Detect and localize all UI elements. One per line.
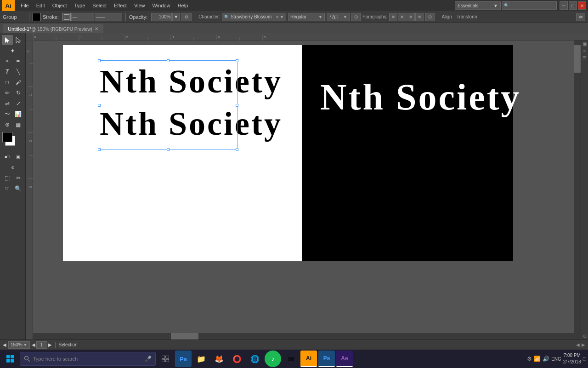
taskbar-app-photoshop[interactable]: Ps xyxy=(175,351,192,367)
taskbar-app-mail[interactable]: ✉ xyxy=(283,351,299,367)
svg-text:0: 0 xyxy=(26,50,30,52)
taskbar-app-opera[interactable]: ⭕ xyxy=(229,351,245,367)
justify[interactable]: ≡ xyxy=(415,13,424,21)
menu-file[interactable]: File xyxy=(17,2,32,9)
close-button[interactable]: ✕ xyxy=(578,1,586,10)
fill-swatch[interactable] xyxy=(33,13,41,21)
svg-text:1: 1 xyxy=(28,94,33,96)
menu-object[interactable]: Object xyxy=(49,2,70,9)
opacity-options[interactable]: ▼ xyxy=(172,13,180,21)
symbol-tool[interactable]: ⊕ xyxy=(2,120,13,130)
menu-window[interactable]: Window xyxy=(149,2,174,9)
opacity-input[interactable]: 100% xyxy=(151,13,172,21)
toolbar-extra-opts[interactable]: ≫ xyxy=(576,13,585,21)
column-graph[interactable]: ▦ xyxy=(13,120,24,130)
font-style-box[interactable]: Regular ▼ xyxy=(288,13,325,21)
graph-tool[interactable]: 📊 xyxy=(13,109,24,119)
pen-tool[interactable]: ✒ xyxy=(13,56,24,66)
scroll-left[interactable]: ◀ xyxy=(576,342,580,347)
windows-start-button[interactable] xyxy=(2,351,18,367)
scrollbar-thumb[interactable] xyxy=(574,45,581,73)
doc-nav-prev[interactable]: ◀ xyxy=(3,342,6,347)
lasso-tool[interactable]: ⌖ xyxy=(2,56,13,66)
magic-wand-tool[interactable]: ✦ xyxy=(2,46,24,56)
restore-button[interactable]: □ xyxy=(569,1,577,10)
zoom-indicator[interactable]: 150% ▼ xyxy=(8,341,30,349)
para-opts[interactable]: ⊙ xyxy=(425,13,435,21)
taskbar-app-photoshop2[interactable]: Ps xyxy=(318,351,335,367)
font-dropdown-icon[interactable]: ▼ xyxy=(280,15,284,19)
taskbar-app-ae[interactable]: Ae xyxy=(336,351,353,367)
mirror-tool[interactable]: ⇌ xyxy=(2,98,13,109)
align-center[interactable]: ≡ xyxy=(398,13,406,21)
rp-icon2[interactable]: ≡ xyxy=(583,48,586,53)
task-view-icon xyxy=(162,356,169,362)
scrollbar-hthumb[interactable] xyxy=(171,333,198,339)
font-opts[interactable]: ⊙ xyxy=(351,13,361,21)
paintbrush-tool[interactable]: 🖌 xyxy=(13,77,24,87)
type-tool[interactable]: T xyxy=(2,67,13,77)
page-next[interactable]: ▶ xyxy=(48,342,52,347)
warp-tool[interactable]: 〜 xyxy=(2,109,13,119)
zoom-tool[interactable]: 🔍 xyxy=(13,184,24,194)
tab-close-button[interactable]: ✕ xyxy=(95,26,98,31)
canvas-area[interactable]: Nth Society Nth Society Nth Societ xyxy=(33,40,581,339)
line-tool[interactable]: ╲ xyxy=(13,67,24,77)
font-style-dropdown[interactable]: ▼ xyxy=(318,15,322,19)
stroke-value[interactable]: — xyxy=(71,13,94,21)
scrollbar-vertical[interactable] xyxy=(574,40,581,339)
menu-type[interactable]: Type xyxy=(71,2,89,9)
tray-settings[interactable]: ⚙ xyxy=(527,356,532,362)
global-search[interactable]: 🔍 xyxy=(502,1,557,10)
color-mode[interactable]: ■□ xyxy=(2,152,13,162)
rotate-tool[interactable]: ↻ xyxy=(13,88,24,98)
scale-tool[interactable]: ⤢ xyxy=(13,98,24,109)
page-prev[interactable]: ◀ xyxy=(32,342,35,347)
rp-icon4[interactable]: ⊙ xyxy=(583,334,587,339)
taskbar-search[interactable]: Type here to search 🎤 xyxy=(20,352,156,366)
taskbar-app-illustrator[interactable]: Ai xyxy=(300,351,317,367)
taskbar-app-firefox[interactable]: 🦊 xyxy=(211,351,227,367)
font-name-box[interactable]: 🔍 Strawberry Blossom ✕ ▼ xyxy=(222,13,286,21)
menu-edit[interactable]: Edit xyxy=(33,2,48,9)
pencil-tool[interactable]: ✏ xyxy=(2,88,13,98)
rect-tool[interactable]: □ xyxy=(2,77,13,87)
rp-icon3[interactable]: ☰ xyxy=(582,55,587,60)
rp-icon1[interactable]: ▣ xyxy=(582,41,587,46)
notification-area[interactable]: □ xyxy=(583,356,586,362)
taskbar-app-files[interactable]: 📁 xyxy=(193,351,209,367)
menu-help[interactable]: Help xyxy=(175,2,192,9)
tray-volume[interactable]: 🔊 xyxy=(543,356,549,362)
font-clear-icon[interactable]: ✕ xyxy=(276,15,279,19)
align-right[interactable]: ≡ xyxy=(407,13,415,21)
workspace-dropdown[interactable]: Essentials▼ xyxy=(455,1,501,10)
redefine-style[interactable]: ⊙ xyxy=(181,13,192,21)
taskbar-app-edge[interactable]: 🌐 xyxy=(247,351,263,367)
scrollbar-horizontal[interactable] xyxy=(33,333,574,339)
minimize-button[interactable]: ─ xyxy=(560,1,568,10)
zoom-dropdown[interactable]: ▼ xyxy=(23,343,28,347)
menu-select[interactable]: Select xyxy=(89,2,110,9)
font-size-box[interactable]: 72pt ▼ xyxy=(327,13,350,21)
artboard-tool[interactable]: ⬚ xyxy=(2,173,13,183)
none-mode[interactable]: ⊘ xyxy=(7,162,18,172)
slice-tool[interactable]: ✂ xyxy=(13,173,24,183)
selection-tool[interactable] xyxy=(2,35,13,45)
hand-tool[interactable]: ☞ xyxy=(2,184,13,194)
fill-color-swatch[interactable] xyxy=(2,132,12,142)
scroll-right[interactable]: ▶ xyxy=(582,342,585,347)
font-size-dropdown[interactable]: ▼ xyxy=(343,15,347,19)
page-input[interactable]: 1 xyxy=(36,341,47,349)
align-left[interactable]: ≡ xyxy=(389,13,397,21)
stroke-swatch[interactable] xyxy=(62,13,71,21)
taskbar-app-spotify[interactable]: ♪ xyxy=(265,351,281,367)
task-view-button[interactable] xyxy=(157,351,174,367)
tray-network[interactable]: 📶 xyxy=(534,356,541,362)
menu-view[interactable]: View xyxy=(131,2,148,9)
stroke-style[interactable]: —— xyxy=(95,13,122,21)
direct-selection-tool[interactable] xyxy=(13,35,24,45)
tab-untitled1[interactable]: Untitled-1*@ 150% (RGB/GPU Preview) ✕ xyxy=(3,24,103,33)
taskbar-mic[interactable]: 🎤 xyxy=(145,356,152,362)
gradient-mode[interactable]: ▣ xyxy=(13,152,24,162)
menu-effect[interactable]: Effect xyxy=(111,2,130,9)
